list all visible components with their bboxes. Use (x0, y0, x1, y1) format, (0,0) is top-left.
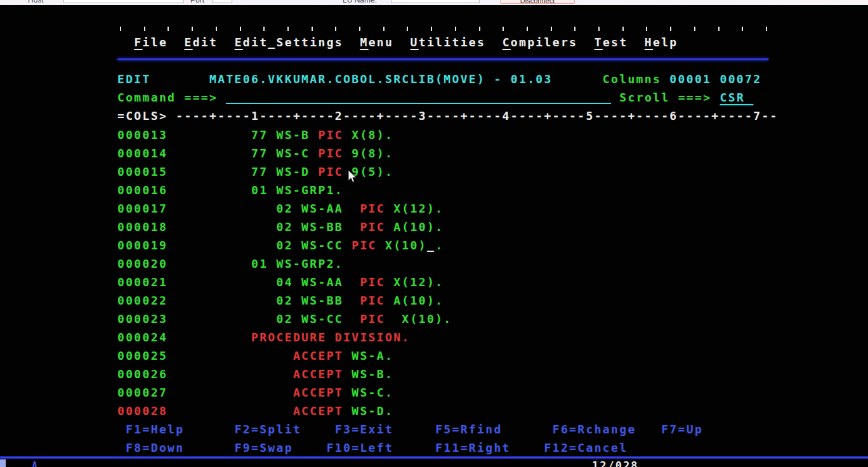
code-line: 000026 ACCEPT WS-B. (117, 367, 393, 381)
text-segment: ACCEPT (293, 386, 343, 399)
disconnect-button-label: Disconnect (520, 0, 555, 4)
text-segment (168, 349, 293, 362)
text-segment (636, 423, 662, 436)
fkey-f11-right[interactable]: F11=Right (435, 441, 511, 454)
text-segment: X(10) (377, 239, 427, 252)
code-line: 000018 02 WS-BB PIC A(10). (117, 220, 444, 234)
fkey-f9-swap[interactable]: F9=Swap (235, 441, 293, 454)
text-segment (117, 441, 126, 454)
menu-item-compilers[interactable]: Compilers (503, 36, 578, 49)
code-line: 000024 PROCEDURE DIVISION. (117, 331, 411, 345)
text-segment: 01 WS-GRP2. (168, 257, 343, 270)
tick-marks-row (120, 27, 768, 31)
text-segment: X(12). (385, 202, 444, 215)
code-line: 000028 ACCEPT WS-D. (117, 404, 393, 418)
line-number: 000024 (117, 331, 168, 344)
text-segment (218, 91, 226, 104)
lu-name-input[interactable] (391, 0, 480, 3)
code-line: 000023 02 WS-CC PIC X(10). (117, 312, 452, 326)
line-number: 000016 (117, 183, 168, 197)
text-segment: X(8). (343, 128, 393, 141)
text-segment: PIC (352, 239, 377, 252)
fkey-f2-split[interactable]: F2=Split (235, 423, 302, 436)
menu-bar-row: File Edit Edit_Settings Menu Utilities C… (117, 36, 678, 49)
text-segment (168, 386, 293, 399)
host-input[interactable] (63, 0, 184, 3)
text-segment (611, 91, 619, 104)
lu-name-label: LU Name: (343, 0, 377, 4)
code-line: 000016 01 WS-GRP1. (117, 183, 343, 197)
text-segment (151, 72, 209, 86)
fkey-f10-left[interactable]: F10=Left (327, 441, 394, 454)
line-number: 000015 (117, 165, 168, 178)
line-number: 000028 (117, 404, 168, 418)
text-segment: A(10). (385, 294, 444, 307)
line-number: 000017 (117, 202, 168, 215)
text-segment: 04 WS-AA (168, 275, 360, 289)
menu-item-edit-settings[interactable]: Edit_Settings (235, 36, 343, 49)
text-segment: PIC (319, 147, 344, 160)
text-segment: ACCEPT (293, 404, 343, 418)
terminal-screen[interactable]: File Edit Edit_Settings Menu Utilities C… (0, 5, 868, 456)
text-segment: PIC (360, 294, 385, 307)
text-segment (393, 441, 435, 454)
text-segment (168, 109, 176, 122)
text-segment: PIC (319, 165, 344, 178)
menu-item-help[interactable]: Help (645, 36, 678, 49)
fkey-f6-rchange[interactable]: F6=Rchange (553, 423, 636, 436)
fkey-f8-down[interactable]: F8=Down (126, 441, 184, 454)
text-segment: 02 WS-AA (168, 202, 360, 215)
code-line: 000021 04 WS-AA PIC X(12). (117, 275, 444, 289)
text-segment (185, 441, 235, 454)
text-segment (511, 441, 544, 454)
fkey-f7-up[interactable]: F7=Up (661, 423, 703, 436)
text-segment: 9(8). (343, 147, 393, 160)
menu-item-test[interactable]: Test (595, 36, 628, 49)
menu-item-file[interactable]: File (134, 36, 168, 49)
text-segment: 01 WS-GRP1. (168, 183, 343, 197)
command-row: Command ===> Scroll ===> CSR (117, 91, 753, 105)
port-input[interactable] (212, 0, 232, 3)
line-number: 000027 (117, 386, 168, 399)
columns-range: 00001 00072 (661, 72, 761, 86)
line-number: 000018 (117, 220, 168, 234)
text-segment (503, 423, 553, 436)
text-segment (117, 423, 126, 436)
text-segment: 02 WS-CC (168, 312, 360, 326)
line-number: 000026 (117, 367, 168, 381)
disconnect-button[interactable]: Disconnect (500, 0, 575, 4)
fkey-row-1: F1=Help F2=Split F3=Exit F5=Rfind F6=Rch… (117, 423, 703, 437)
fkey-f3-exit[interactable]: F3=Exit (335, 423, 393, 436)
scroll-value[interactable]: CSR (720, 91, 754, 104)
text-segment: 02 WS-BB (168, 220, 360, 234)
text-segment (553, 72, 603, 86)
line-number: 000014 (117, 147, 168, 160)
menu-separator-line (117, 58, 768, 60)
columns-label: Columns (603, 72, 661, 86)
text-segment (393, 423, 435, 436)
text-segment: WS-C. (343, 386, 393, 399)
command-input[interactable] (226, 93, 611, 104)
ruler-row: =COLS> ----+----1----+----2----+----3---… (117, 109, 779, 123)
oia-separator-line (0, 456, 868, 459)
text-segment: 77 WS-D (168, 165, 318, 178)
text-segment: PIC (360, 202, 385, 215)
menu-item-edit[interactable]: Edit (185, 36, 218, 49)
fkey-f12-cancel[interactable]: F12=Cancel (544, 441, 628, 454)
text-segment: 77 WS-B (168, 128, 318, 141)
fkey-f5-rfind[interactable]: F5=Rfind (435, 423, 503, 436)
cursor-position-indicator: 12/028 (592, 459, 638, 467)
menu-item-menu[interactable]: Menu (360, 36, 393, 49)
command-label: Command ===> (117, 91, 218, 104)
text-segment: X(12). (385, 275, 444, 289)
mouse-pointer-icon (348, 170, 358, 184)
text-segment (301, 423, 335, 436)
oia-corner-block (0, 459, 6, 467)
line-number: 000022 (117, 294, 168, 307)
text-segment (293, 441, 327, 454)
line-number: 000025 (117, 349, 168, 362)
cols-marker: =COLS> (117, 109, 168, 122)
fkey-f1-help[interactable]: F1=Help (126, 423, 184, 436)
line-number: 000023 (117, 312, 168, 326)
menu-item-utilities[interactable]: Utilities (411, 36, 486, 49)
